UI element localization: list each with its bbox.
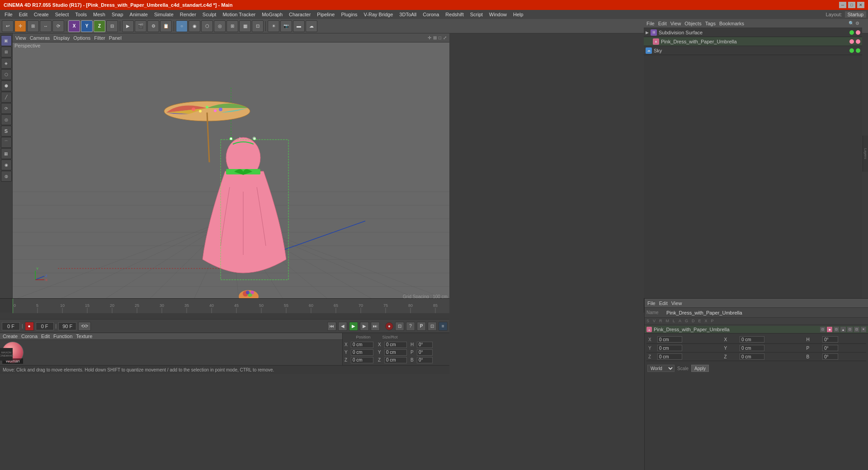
- ymode-button[interactable]: Y: [81, 20, 93, 32]
- render-to-picture-viewer[interactable]: 🎬: [135, 20, 146, 32]
- tool-model[interactable]: ▣: [1, 35, 12, 46]
- select-all-tool[interactable]: ⊞: [27, 20, 39, 32]
- om-search-icon[interactable]: 🔍: [849, 21, 854, 26]
- maximize-button[interactable]: □: [848, 2, 855, 8]
- sky-visible-dot[interactable]: [849, 48, 854, 53]
- display-mode-3[interactable]: ⬡: [201, 20, 213, 32]
- sky-button[interactable]: ☁: [306, 20, 317, 32]
- tool-ring[interactable]: ◎: [1, 114, 12, 125]
- light-button[interactable]: ☀: [268, 20, 279, 32]
- rotate-tool[interactable]: ⟳: [52, 20, 64, 32]
- x-pos-field[interactable]: [351, 342, 373, 348]
- attr-icon-5[interactable]: ⊡: [847, 327, 853, 332]
- menu-corona[interactable]: Corona: [420, 11, 442, 18]
- move-tool[interactable]: ✛: [14, 20, 26, 32]
- tool-circle[interactable]: ◉: [1, 160, 12, 170]
- attr-menu-view[interactable]: View: [671, 301, 682, 306]
- attr-icon-1[interactable]: ⊡: [820, 327, 826, 332]
- vp-menu-filter[interactable]: Filter: [94, 35, 105, 41]
- sky-render-dot[interactable]: [856, 48, 860, 53]
- menu-animate[interactable]: Animate: [127, 11, 151, 18]
- mat-menu-texture[interactable]: Texture: [76, 334, 92, 339]
- attr-icon-4[interactable]: ▲: [840, 327, 846, 332]
- menu-file[interactable]: File: [2, 11, 15, 18]
- vp-icon-4[interactable]: ⤢: [443, 35, 447, 40]
- frame-input-2[interactable]: [36, 322, 54, 330]
- y-pos-field[interactable]: [351, 349, 373, 356]
- attr-world-select[interactable]: World: [647, 365, 675, 372]
- menu-render[interactable]: Render: [177, 11, 199, 18]
- attr-z-size-input[interactable]: [740, 353, 764, 360]
- dress-color-dot[interactable]: [849, 39, 854, 44]
- current-frame-input[interactable]: [2, 322, 20, 330]
- close-button[interactable]: ✕: [857, 2, 864, 8]
- zmode-button[interactable]: Z: [94, 20, 105, 32]
- mat-menu-create[interactable]: Create: [3, 334, 18, 339]
- layout-selector[interactable]: Startup: [845, 11, 866, 18]
- undo-button[interactable]: ↩: [2, 20, 14, 32]
- transform-button[interactable]: ⊟: [106, 20, 118, 32]
- obj-row-sky[interactable]: ☁ Sky: [644, 46, 862, 55]
- mat-menu-corona[interactable]: Corona: [21, 334, 38, 339]
- timeline-mode-5[interactable]: ≡: [439, 322, 448, 331]
- om-settings-icon[interactable]: ⚙: [855, 21, 859, 26]
- tool-edge[interactable]: ◈: [1, 58, 12, 69]
- display-mode-5[interactable]: ⊞: [226, 20, 238, 32]
- om-menu-objects[interactable]: Objects: [684, 21, 701, 26]
- camera-button[interactable]: 📷: [280, 20, 292, 32]
- display-mode-6[interactable]: ▦: [239, 20, 251, 32]
- menu-snap[interactable]: Snap: [109, 11, 126, 18]
- attr-h-input[interactable]: [822, 336, 838, 343]
- menu-edit[interactable]: Edit: [16, 11, 30, 18]
- z-pos-field[interactable]: [351, 357, 373, 363]
- next-frame-button[interactable]: ▶: [360, 322, 369, 331]
- menu-help[interactable]: Help: [510, 11, 526, 18]
- vp-menu-panel[interactable]: Panel: [109, 35, 122, 41]
- attr-apply-button[interactable]: Apply: [691, 365, 709, 372]
- attr-x-size-input[interactable]: [740, 336, 764, 343]
- om-menu-bookmarks[interactable]: Bookmarks: [719, 21, 744, 26]
- go-to-start-button[interactable]: ⏮: [327, 322, 336, 331]
- mat-menu-function[interactable]: Function: [53, 334, 72, 339]
- tool-sphere[interactable]: ◍: [1, 171, 12, 182]
- obj-row-subdivision[interactable]: ▶ ⊞ Subdivision Surface: [644, 28, 862, 37]
- attr-b-input[interactable]: [822, 353, 838, 360]
- menu-mesh[interactable]: Mesh: [90, 11, 108, 18]
- obj-row-pink-dress[interactable]: ▲ Pink_Dress_with_Paper_Umbrella: [644, 37, 862, 46]
- p-rot-field[interactable]: [417, 349, 433, 356]
- x-size-field[interactable]: [384, 342, 407, 348]
- record-button[interactable]: ●: [25, 322, 34, 331]
- timeline-mode-2[interactable]: ?: [406, 322, 415, 331]
- viewport-canvas[interactable]: ↕ ⊕ Z X Y Grid Spacing : 100 cm: [13, 42, 449, 300]
- tool-select-all[interactable]: ⬢: [1, 80, 12, 91]
- attr-menu-file[interactable]: File: [647, 301, 656, 306]
- layers-tab[interactable]: Layers: [863, 136, 868, 172]
- timeline-mode-1[interactable]: ⊡: [395, 322, 404, 331]
- menu-window[interactable]: Window: [486, 11, 509, 18]
- z-size-field[interactable]: [384, 357, 407, 363]
- attr-icon-3[interactable]: ⊡: [834, 327, 839, 332]
- menu-sculpt[interactable]: Sculpt: [200, 11, 219, 18]
- om-menu-file[interactable]: File: [646, 21, 655, 26]
- h-rot-field[interactable]: [417, 342, 433, 348]
- attr-icon-6[interactable]: ⊡: [854, 327, 859, 332]
- display-mode-2[interactable]: ◉: [189, 20, 200, 32]
- minimize-button[interactable]: ─: [839, 2, 846, 8]
- menu-pipeline[interactable]: Pipeline: [314, 11, 337, 18]
- menu-3dtoall[interactable]: 3DToAll: [396, 11, 419, 18]
- attr-p-input[interactable]: [822, 345, 838, 351]
- mat-menu-edit[interactable]: Edit: [41, 334, 50, 339]
- window-controls[interactable]: ─ □ ✕: [839, 2, 864, 8]
- attr-z-pos-input[interactable]: [657, 353, 682, 360]
- attr-menu-edit[interactable]: Edit: [659, 301, 668, 306]
- render-queue[interactable]: 📋: [160, 20, 172, 32]
- attr-y-size-input[interactable]: [740, 345, 764, 351]
- subdivision-render-btn[interactable]: [856, 30, 860, 35]
- om-menu-tags[interactable]: Tags: [705, 21, 716, 26]
- menu-character[interactable]: Character: [286, 11, 313, 18]
- render-view-button[interactable]: ▶: [122, 20, 134, 32]
- menu-plugins[interactable]: Plugins: [338, 11, 360, 18]
- menu-tools[interactable]: Tools: [72, 11, 90, 18]
- om-menu-view[interactable]: View: [670, 21, 681, 26]
- dress-render-dot[interactable]: [856, 39, 860, 44]
